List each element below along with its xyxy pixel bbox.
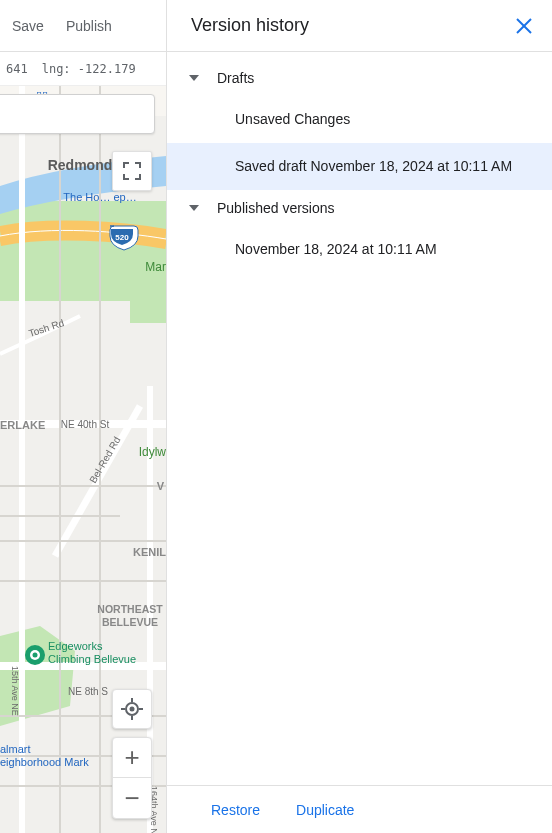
fullscreen-icon (123, 162, 141, 180)
road-ne8: NE 8th S (68, 686, 108, 697)
area-ne-bellevue-1: NORTHEAST (97, 603, 163, 615)
area-ne-bellevue-2: BELLEVUE (102, 616, 158, 628)
chevron-down-icon (189, 75, 199, 81)
map-search-input[interactable] (0, 94, 155, 134)
restore-button[interactable]: Restore (211, 802, 260, 818)
road-15th: 15th Ave NE (10, 666, 20, 716)
city-redmond: Redmond (48, 157, 113, 173)
publish-button[interactable]: Publish (66, 18, 112, 34)
version-item-saved-draft[interactable]: Saved draft November 18, 2024 at 10:11 A… (167, 143, 552, 190)
version-item-published[interactable]: November 18, 2024 at 10:11 AM (167, 226, 552, 273)
poi-edgeworks-1: Edgeworks (48, 640, 103, 652)
lat-value: 641 (6, 62, 28, 76)
map[interactable]: 520 Redmond ·ry ▯▯ The Ho… ep… Mar Tosh … (0, 86, 166, 833)
area-idylwood: Idylw (139, 445, 166, 459)
svg-rect-2 (130, 241, 166, 323)
poi-walmart-2: eighborhood Mark (0, 756, 89, 768)
save-button[interactable]: Save (12, 18, 44, 34)
area-kenilworth: KENIL (133, 546, 166, 558)
poi-homedepot: The Ho… ep… (63, 191, 136, 203)
duplicate-button[interactable]: Duplicate (296, 802, 354, 818)
close-icon (516, 18, 532, 34)
section-drafts-label: Drafts (217, 70, 254, 86)
panel-footer: Restore Duplicate (167, 785, 552, 833)
version-history-panel: Version history Drafts Unsaved Changes S… (166, 0, 552, 833)
panel-body: Drafts Unsaved Changes Saved draft Novem… (167, 52, 552, 785)
hwy-520-label: 520 (115, 233, 129, 242)
zoom-control: + − (112, 737, 152, 819)
section-published-header[interactable]: Published versions (167, 190, 552, 226)
my-location-button[interactable] (112, 689, 152, 729)
version-item-unsaved[interactable]: Unsaved Changes (167, 96, 552, 143)
area-v: V (157, 480, 165, 492)
my-location-icon (121, 698, 143, 720)
panel-title: Version history (191, 15, 309, 36)
road-ne40: NE 40th St (61, 419, 110, 430)
park-marymoor: Mar (145, 260, 166, 274)
section-published-label: Published versions (217, 200, 335, 216)
area-erlake: ERLAKE (0, 419, 45, 431)
fullscreen-button[interactable] (112, 151, 152, 191)
chevron-down-icon (189, 205, 199, 211)
poi-walmart-1: almart (0, 743, 31, 755)
section-drafts-header[interactable]: Drafts (167, 60, 552, 96)
zoom-in-button[interactable]: + (113, 738, 151, 778)
left-pane: Save Publish 641 lng: -122.179 (0, 0, 166, 833)
lng-value: lng: -122.179 (42, 62, 136, 76)
poi-edgeworks-2: Climbing Bellevue (48, 653, 136, 665)
svg-point-9 (130, 707, 135, 712)
zoom-out-button[interactable]: − (113, 778, 151, 818)
panel-header: Version history (167, 0, 552, 52)
toolbar: Save Publish (0, 0, 166, 52)
coordinate-bar: 641 lng: -122.179 (0, 52, 166, 86)
svg-point-7 (33, 653, 38, 658)
close-button[interactable] (516, 18, 532, 34)
